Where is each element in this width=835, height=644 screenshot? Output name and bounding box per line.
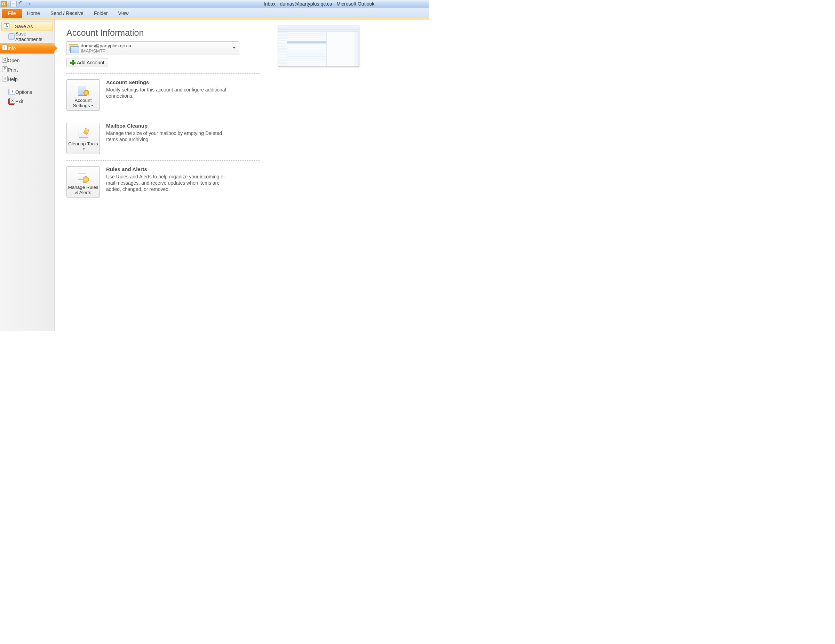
manage-rules-button[interactable]: Manage Rules & Alerts — [67, 166, 100, 198]
nav-label: Options — [15, 89, 32, 95]
account-folder-icon — [69, 44, 79, 52]
keytip: H — [2, 76, 8, 81]
nav-print[interactable]: P Print — [0, 65, 54, 75]
account-dropdown[interactable]: dumas@partyplus.qc.ca IMAP/SMTP — [67, 41, 239, 55]
divider — [67, 117, 260, 117]
nav-label: Exit — [15, 99, 23, 104]
button-label: Manage Rules & Alerts — [68, 185, 98, 195]
section-title: Account Settings — [106, 79, 228, 85]
account-protocol: IMAP/SMTP — [81, 48, 131, 54]
print-icon[interactable] — [10, 1, 17, 7]
nav-label: Help — [8, 76, 18, 82]
tab-send-receive[interactable]: Send / Receive — [45, 9, 89, 18]
keytip: I — [2, 44, 8, 50]
keytip: X — [10, 98, 15, 104]
page-title: Account Information — [67, 28, 260, 38]
section-rules-alerts: Manage Rules & Alerts Rules and Alerts U… — [67, 166, 260, 198]
section-account-settings: Account Settings Account Settings Modify… — [67, 79, 260, 110]
add-account-label: Add Account — [77, 60, 104, 65]
cleanup-tools-button[interactable]: Cleanup Tools — [67, 123, 100, 154]
nav-options[interactable]: T Options — [0, 87, 54, 97]
separator: | — [8, 2, 9, 6]
tab-folder[interactable]: Folder — [89, 9, 113, 18]
outlook-app-icon: O — [1, 1, 6, 7]
plus-icon — [70, 60, 75, 65]
backstage: A Save As M Save Attachments I Info O Op… — [0, 19, 429, 331]
section-mailbox-cleanup: Cleanup Tools Mailbox Cleanup Manage the… — [67, 123, 260, 154]
nav-label: Open — [8, 58, 19, 63]
section-desc: Manage the size of your mailbox by empty… — [106, 130, 228, 143]
nav-help[interactable]: H Help — [0, 75, 54, 84]
account-email: dumas@partyplus.qc.ca — [81, 43, 131, 48]
preview-pane — [269, 19, 429, 331]
account-preview-thumbnail — [278, 25, 359, 67]
button-label: Cleanup Tools — [68, 141, 98, 146]
ribbon-tabs: File Home Send / Receive Folder View — [0, 8, 429, 18]
title-bar: O | | ▾ Inbox - dumas@partyplus.qc.ca - … — [0, 0, 429, 8]
backstage-main: Account Information dumas@partyplus.qc.c… — [55, 19, 429, 331]
section-desc: Modify settings for this account and con… — [106, 87, 228, 99]
nav-label: Print — [8, 67, 18, 73]
chevron-down-icon — [233, 47, 236, 49]
section-desc: Use Rules and Alerts to help organize yo… — [106, 174, 228, 192]
keytip: O — [2, 57, 8, 63]
divider — [67, 160, 260, 161]
save-icon — [9, 24, 14, 29]
nav-exit[interactable]: X Exit — [0, 97, 54, 106]
account-settings-button[interactable]: Account Settings — [67, 79, 100, 110]
qat-customize-arrow-icon[interactable]: ▾ — [29, 2, 30, 6]
nav-save-attachments[interactable]: M Save Attachments — [0, 32, 54, 41]
tab-file[interactable]: File — [2, 9, 22, 18]
tab-view[interactable]: View — [113, 9, 134, 18]
cleanup-icon — [77, 129, 89, 139]
nav-label: Save As — [15, 24, 33, 29]
rules-icon — [77, 172, 89, 183]
nav-open[interactable]: O Open — [0, 56, 54, 65]
nav-info[interactable]: I Info — [0, 43, 54, 54]
tab-home[interactable]: Home — [22, 9, 45, 18]
button-label: Account Settings — [73, 98, 92, 108]
attachment-icon — [8, 33, 15, 40]
keytip: P — [2, 67, 8, 72]
section-title: Rules and Alerts — [106, 166, 228, 172]
divider — [67, 73, 260, 74]
chevron-down-icon — [91, 105, 93, 106]
nav-save-as[interactable]: A Save As — [2, 21, 53, 31]
info-panel: Account Information dumas@partyplus.qc.c… — [55, 19, 269, 331]
separator: | — [25, 2, 26, 6]
nav-label: Save Attachments — [15, 31, 54, 42]
section-title: Mailbox Cleanup — [106, 123, 228, 129]
chevron-down-icon — [83, 148, 85, 150]
add-account-button[interactable]: Add Account — [67, 58, 108, 67]
backstage-nav: A Save As M Save Attachments I Info O Op… — [0, 19, 55, 331]
quick-access-toolbar: O | | ▾ — [0, 0, 429, 8]
account-settings-icon — [77, 85, 89, 96]
nav-label: Info — [8, 45, 16, 51]
undo-icon[interactable] — [18, 1, 24, 6]
keytip: T — [10, 89, 15, 94]
